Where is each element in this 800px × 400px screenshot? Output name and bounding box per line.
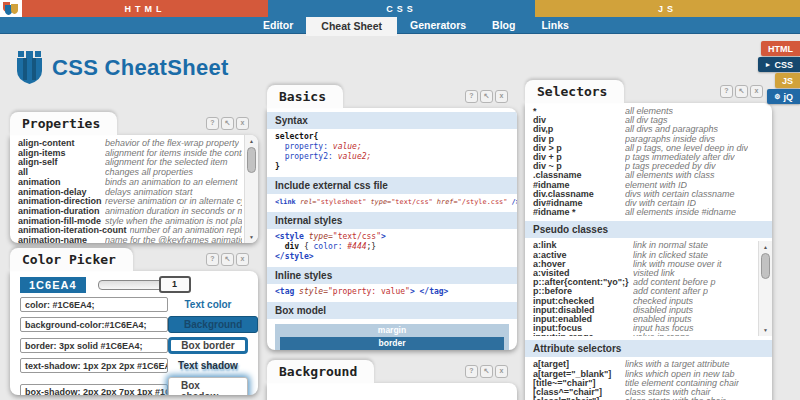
help-icon[interactable]: ? bbox=[206, 117, 219, 130]
pseudo-class-desc: enabled inputs bbox=[633, 315, 692, 324]
code-token: ;} bbox=[367, 242, 377, 251]
collapse-icon[interactable]: ↖ bbox=[480, 365, 493, 378]
border-css-field[interactable]: border: 3px solid #1C6EA4; bbox=[20, 338, 168, 353]
alpha-slider-handle[interactable]: 1 bbox=[159, 276, 191, 293]
selector-row[interactable]: div all div tags bbox=[533, 116, 772, 125]
help-icon[interactable]: ? bbox=[465, 365, 478, 378]
background-panel-title[interactable]: Background bbox=[267, 360, 374, 383]
close-icon[interactable]: x bbox=[495, 90, 508, 103]
tab-js[interactable]: JS bbox=[535, 0, 800, 17]
shield-logo-icon bbox=[16, 51, 43, 85]
property-desc: reverse animation or in alternate cycles bbox=[105, 197, 242, 207]
collapse-icon[interactable]: ↖ bbox=[221, 253, 234, 266]
properties-panel: Properties ? ↖ x align-content behavior … bbox=[10, 112, 258, 243]
selector-desc: paragraphs inside divs bbox=[625, 135, 715, 144]
properties-panel-title[interactable]: Properties bbox=[10, 112, 117, 135]
brand: CSS CheatSheet bbox=[16, 51, 229, 85]
background-panel-controls: ? ↖ x bbox=[465, 365, 508, 378]
section-header-internal-styles: Internal styles bbox=[267, 212, 517, 229]
code-token: color: bbox=[314, 242, 343, 251]
selector-desc: all elements inside #idname bbox=[625, 208, 736, 217]
nav-item-editor[interactable]: Editor bbox=[250, 19, 306, 31]
text-color-label[interactable]: Text color bbox=[184, 299, 231, 310]
help-icon[interactable]: ? bbox=[206, 253, 219, 266]
quick-css-button[interactable]: ►CSS bbox=[758, 57, 800, 72]
text-shadow-label[interactable]: Text shadow bbox=[178, 360, 238, 371]
box-shadow-demo-button[interactable]: Box shadow bbox=[168, 377, 248, 395]
collapse-icon[interactable]: ↖ bbox=[221, 117, 234, 130]
pseudo-classes-list: a:link link in normal state a:active lin… bbox=[533, 241, 772, 336]
selector-row[interactable]: div + p p tags immediately after div bbox=[533, 153, 772, 162]
selector-row[interactable]: div p paragraphs inside divs bbox=[533, 135, 772, 144]
color-picker-panel-title[interactable]: Color Picker bbox=[10, 248, 133, 271]
selectors-body: * all elements div all div tags div,p al… bbox=[525, 103, 772, 400]
pseudo-class-row[interactable]: a:link link in normal state bbox=[533, 241, 758, 250]
code-token: href= bbox=[437, 198, 458, 206]
scroll-down-icon[interactable]: ▼ bbox=[245, 232, 258, 242]
code-token: #444 bbox=[342, 242, 366, 251]
quick-html-button[interactable]: HTML bbox=[761, 41, 800, 56]
box-shadow-css-field[interactable]: box-shadow: 2px 2px 7px 1px #1C6EA4; bbox=[20, 384, 168, 396]
color-css-field[interactable]: color: #1C6EA4; bbox=[20, 297, 168, 312]
selector-row[interactable]: div > p all p tags, one level deep in di… bbox=[533, 144, 772, 153]
tab-html[interactable]: HTML bbox=[22, 0, 268, 17]
selector-desc: all elements with class bbox=[625, 171, 715, 180]
nav-item-cheat-sheet[interactable]: Cheat Sheet bbox=[306, 15, 397, 36]
box-border-demo-button[interactable]: Box border bbox=[168, 337, 247, 354]
color-picker-body: 1C6EA4 1 color: #1C6EA4; Text color back… bbox=[10, 271, 258, 395]
page-title: CSS CheatSheet bbox=[52, 55, 229, 81]
property-row[interactable]: animation-name name for the @keyframes a… bbox=[18, 236, 242, 243]
code-token: } bbox=[275, 162, 280, 171]
scroll-thumb[interactable] bbox=[761, 253, 770, 279]
basics-panel-title[interactable]: Basics bbox=[267, 85, 343, 108]
tab-css[interactable]: CSS bbox=[268, 0, 535, 17]
property-row[interactable]: align-self alignment for the selected it… bbox=[18, 158, 242, 168]
scrollbar[interactable]: ▲ ▼ bbox=[244, 135, 258, 243]
pseudo-rows: a:link link in normal state a:active lin… bbox=[533, 241, 758, 336]
site-logo[interactable] bbox=[0, 0, 22, 17]
pseudo-class-row[interactable]: a:active link in clicked state bbox=[533, 251, 758, 260]
nav-item-links[interactable]: Links bbox=[528, 19, 581, 31]
pseudo-class-row[interactable]: input:in-range value in range bbox=[533, 333, 758, 336]
selector-row[interactable]: * all elements bbox=[533, 107, 772, 116]
selector-row[interactable]: div,p all divs and paragraphs bbox=[533, 125, 772, 134]
nav-item-blog[interactable]: Blog bbox=[479, 19, 528, 31]
collapse-icon[interactable]: ↖ bbox=[480, 90, 493, 103]
code-token: { bbox=[299, 242, 313, 251]
css-cheatsheet-page: HTML CSS JS Editor Cheat Sheet Generator… bbox=[0, 0, 800, 400]
scroll-thumb[interactable] bbox=[247, 147, 256, 173]
selector-row[interactable]: #idname * all elements inside #idname bbox=[533, 208, 772, 217]
section-header-external-css: Include external css file bbox=[267, 177, 517, 194]
properties-list: align-content behavior of the flex-wrap … bbox=[10, 135, 258, 243]
scroll-down-icon[interactable]: ▼ bbox=[759, 325, 772, 335]
color-swatch[interactable]: 1C6EA4 bbox=[20, 277, 86, 293]
close-icon[interactable]: x bbox=[236, 117, 249, 130]
section-header-inline-styles: Inline styles bbox=[267, 267, 517, 284]
alpha-slider[interactable]: 1 bbox=[98, 280, 188, 290]
scroll-up-icon[interactable]: ▲ bbox=[245, 136, 258, 146]
quick-js-button[interactable]: JS bbox=[775, 73, 800, 88]
help-icon[interactable]: ? bbox=[720, 85, 733, 98]
collapse-icon[interactable]: ↖ bbox=[735, 85, 748, 98]
attribute-selector-rows: a[target] links with a target attribute … bbox=[533, 360, 772, 400]
section-header-attribute-selectors: Attribute selectors bbox=[525, 340, 772, 357]
selectors-panel-title[interactable]: Selectors bbox=[525, 80, 624, 103]
selector-desc: p tags immediately after div bbox=[625, 153, 735, 162]
inline-styles-code-block: <tag style="property: value"> </tag> bbox=[267, 284, 517, 300]
background-css-field[interactable]: background-color:#1C6EA4; bbox=[20, 317, 168, 332]
code-token: "text/css" bbox=[391, 198, 437, 206]
nav-item-generators[interactable]: Generators bbox=[397, 19, 479, 31]
selector-name: #idname * bbox=[533, 208, 625, 217]
code-token bbox=[275, 142, 285, 151]
scroll-up-icon[interactable]: ▲ bbox=[759, 242, 772, 252]
quick-jquery-button[interactable]: ⚙jQ bbox=[767, 89, 800, 104]
text-shadow-css-field[interactable]: text-shadow: 1px 2px 2px #1C6EA4; bbox=[20, 358, 168, 373]
close-icon[interactable]: x bbox=[236, 253, 249, 266]
code-token: selector{ bbox=[275, 132, 318, 141]
scrollbar[interactable]: ▲ ▼ bbox=[758, 241, 772, 336]
close-icon[interactable]: x bbox=[495, 365, 508, 378]
help-icon[interactable]: ? bbox=[465, 90, 478, 103]
selector-desc: p tags preceded by div bbox=[625, 162, 716, 171]
background-demo-button[interactable]: Background bbox=[168, 316, 258, 333]
site-logo-icon bbox=[2, 2, 20, 15]
